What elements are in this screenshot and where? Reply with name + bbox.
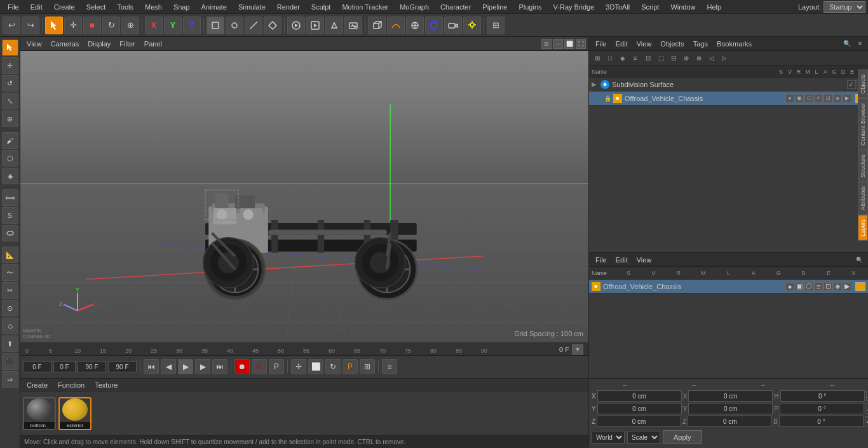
attr-vis-2[interactable]: ▣: [795, 282, 804, 291]
left-slide-button[interactable]: ⇒: [2, 371, 18, 388]
rotate-tool-button[interactable]: ↻: [102, 17, 120, 34]
left-texture-button[interactable]: ⬡: [2, 150, 18, 166]
vp-menu-view[interactable]: View: [23, 39, 46, 49]
menu-simulate[interactable]: Simulate: [233, 2, 271, 12]
attr-vis-1[interactable]: ●: [785, 282, 794, 291]
vp-menu-filter[interactable]: Filter: [116, 39, 139, 49]
chassis-vis-2[interactable]: ▣: [795, 94, 804, 103]
attr-row-chassis[interactable]: ■ Offroad_Vehicle_Chassis ● ▣ ⬡ ≡ ⊡ ◈ ▶: [589, 280, 868, 294]
viewport-3d[interactable]: Perspective: [20, 51, 588, 343]
end-frame-input1[interactable]: [78, 361, 106, 372]
attr-menu-file[interactable]: File: [592, 255, 611, 265]
menu-plugins[interactable]: Plugins: [513, 2, 546, 12]
world-dropdown[interactable]: World: [592, 431, 625, 444]
scale-dropdown[interactable]: Scale: [627, 431, 660, 444]
step-back-button[interactable]: ◀: [161, 359, 176, 374]
record-button[interactable]: ⏺: [234, 359, 250, 374]
x-axis-button[interactable]: X: [145, 17, 163, 34]
left-snap-button[interactable]: S: [2, 207, 18, 224]
attr-vis-6[interactable]: ◈: [833, 282, 842, 291]
left-mirror-button[interactable]: ⟺: [2, 189, 18, 206]
chassis-vis-6[interactable]: ◈: [833, 94, 842, 103]
vp-icon-1[interactable]: ⊞: [541, 39, 552, 49]
menu-pipeline[interactable]: Pipeline: [477, 2, 512, 12]
obj-tool-4[interactable]: ≡: [630, 53, 641, 64]
obj-tool-6[interactable]: ⬚: [655, 53, 667, 64]
left-bevel-button[interactable]: ◇: [2, 318, 18, 334]
goto-start-button[interactable]: ⏮: [144, 359, 159, 374]
cube-button[interactable]: [368, 17, 386, 34]
coord-y-size[interactable]: [688, 403, 773, 414]
menu-edit[interactable]: Edit: [25, 2, 48, 12]
start-frame-input2[interactable]: [53, 361, 76, 372]
side-tab-structure[interactable]: Structure: [858, 150, 868, 182]
coord-x-size[interactable]: [688, 390, 773, 402]
obj-menu-bookmarks[interactable]: Bookmarks: [713, 39, 756, 49]
vp-icon-3[interactable]: ⬜: [564, 39, 574, 49]
obj-menu-objects[interactable]: Objects: [656, 39, 688, 49]
menu-script[interactable]: Script: [636, 2, 664, 12]
side-tab-objects[interactable]: Objects: [858, 70, 868, 98]
coord-p-val[interactable]: [780, 403, 864, 414]
chassis-vis-5[interactable]: ⊡: [824, 94, 832, 103]
left-select-button[interactable]: [2, 39, 18, 56]
chassis-vis-4[interactable]: ≡: [814, 94, 823, 103]
left-rotate-button[interactable]: ↺: [2, 75, 18, 92]
menu-tools[interactable]: Tools: [112, 2, 139, 12]
camera-button[interactable]: [444, 17, 462, 34]
menu-file[interactable]: File: [3, 2, 24, 12]
left-transform-button[interactable]: ⊕: [2, 111, 18, 127]
undo-button[interactable]: ↩: [3, 17, 20, 34]
obj-row-chassis[interactable]: 🔒 ■ Offroad_Vehicle_Chassis ● ▣: [589, 92, 868, 105]
obj-menu-tags[interactable]: Tags: [689, 39, 712, 49]
expand-icon[interactable]: ▶: [592, 81, 598, 88]
obj-menu-file[interactable]: File: [592, 39, 611, 49]
move-tool-button[interactable]: ✛: [64, 17, 82, 34]
side-tab-attributes[interactable]: Attributes: [858, 182, 868, 215]
preview-button[interactable]: P: [342, 359, 358, 374]
left-extrude-button[interactable]: ⬆: [2, 336, 18, 352]
y-axis-button[interactable]: Y: [164, 17, 182, 34]
transform-tool-button[interactable]: ⊕: [121, 17, 139, 34]
coord-x-arrow[interactable]: ▲: [866, 391, 868, 401]
attr-vis-3[interactable]: ⬡: [804, 282, 813, 291]
select-tool-button[interactable]: [45, 17, 63, 34]
left-move-button[interactable]: ✛: [2, 57, 18, 74]
redo-button[interactable]: ↪: [22, 17, 39, 34]
material-bottom[interactable]: bottom_: [23, 397, 56, 430]
vp-menu-cameras[interactable]: Cameras: [47, 39, 83, 49]
polygon-mode-button[interactable]: [264, 17, 281, 34]
object-mode-button[interactable]: [207, 17, 224, 34]
bottom-menu-texture[interactable]: Texture: [91, 381, 121, 390]
render-active-object-button[interactable]: [325, 17, 343, 34]
material-exterior[interactable]: exterior: [58, 397, 92, 430]
layout-select[interactable]: Startup: [824, 1, 865, 13]
vp-icon-4[interactable]: ⛶: [576, 39, 586, 49]
left-soft-select-button[interactable]: [2, 225, 18, 241]
coord-z-pos[interactable]: [597, 416, 681, 427]
end-frame-input2[interactable]: [108, 361, 137, 372]
attr-color-swatch[interactable]: [855, 282, 865, 291]
vp-menu-display[interactable]: Display: [84, 39, 114, 49]
coord-z-size[interactable]: [688, 416, 772, 427]
coord-h-val[interactable]: [780, 390, 865, 402]
chassis-vis-1[interactable]: ●: [785, 94, 794, 103]
coord-z-arrow[interactable]: ▲: [865, 416, 868, 426]
obj-tool-1[interactable]: ⊞: [592, 53, 603, 64]
bottom-menu-function[interactable]: Function: [54, 381, 88, 390]
obj-tool-3[interactable]: ◈: [617, 53, 628, 64]
attr-menu-view[interactable]: View: [633, 255, 656, 265]
motion-path-button[interactable]: ✛: [291, 359, 306, 374]
picture-viewer-button[interactable]: [344, 17, 362, 34]
frame-step-button[interactable]: ▼: [572, 344, 583, 355]
side-tab-layers[interactable]: Layers: [858, 215, 868, 241]
vis-check-1[interactable]: ✓: [847, 80, 856, 89]
menu-mesh[interactable]: Mesh: [140, 2, 167, 12]
obj-menu-edit[interactable]: Edit: [612, 39, 632, 49]
auto-key-button[interactable]: K: [252, 359, 267, 374]
effector-button[interactable]: [406, 17, 424, 34]
menu-snap[interactable]: Snap: [168, 2, 195, 12]
goto-end-button[interactable]: ⏭: [212, 359, 227, 374]
obj-tool-9[interactable]: ⊗: [693, 53, 705, 64]
left-weld-button[interactable]: ⊙: [2, 300, 18, 316]
